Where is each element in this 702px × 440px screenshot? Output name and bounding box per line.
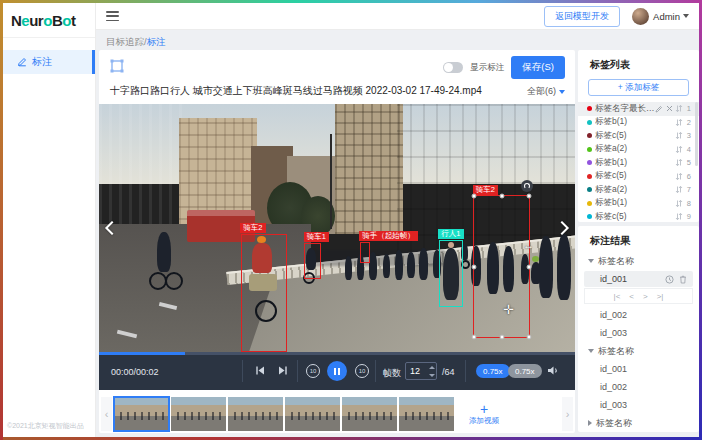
- last-frame-icon[interactable]: >|: [657, 292, 664, 301]
- bbox-selected[interactable]: 骑车2: [473, 195, 530, 338]
- bbox-label: 骑手（起始帧）: [359, 231, 418, 241]
- thumbnail[interactable]: [399, 397, 454, 431]
- avatar[interactable]: [632, 8, 649, 25]
- next-frame-icon[interactable]: >: [643, 292, 648, 301]
- resize-handle[interactable]: [499, 335, 504, 340]
- logo-letter: B: [52, 12, 62, 29]
- resize-handle[interactable]: [472, 264, 477, 269]
- brand-logo: NeuroBot: [3, 3, 95, 38]
- logo-letter: o: [62, 12, 71, 29]
- show-annotation-toggle[interactable]: [443, 62, 463, 73]
- result-item[interactable]: id_002: [578, 306, 699, 324]
- prev-frame-icon[interactable]: [255, 365, 266, 376]
- annotation-toolbar: 显示标注 保存(S): [99, 50, 575, 82]
- bbox[interactable]: 行人1: [439, 240, 463, 307]
- frame-stepper[interactable]: [427, 363, 436, 379]
- forward-10-icon[interactable]: 10: [355, 364, 369, 378]
- resize-handle[interactable]: [472, 335, 477, 340]
- sort-icon[interactable]: [675, 199, 683, 208]
- result-group-header[interactable]: 标签名称: [578, 342, 699, 360]
- bbox[interactable]: 骑手（起始帧）: [360, 242, 370, 263]
- label-row[interactable]: 标签c(5) 6: [578, 170, 699, 184]
- frame-count-label: 帧数: [383, 367, 401, 380]
- label-row[interactable]: 标签c(5) 3: [578, 129, 699, 143]
- logo-letter: t: [71, 12, 76, 29]
- result-item[interactable]: id_003: [578, 324, 699, 342]
- logo-letter: N: [11, 12, 21, 29]
- sort-icon[interactable]: [675, 104, 683, 113]
- filter-dropdown[interactable]: 全部(6): [527, 85, 565, 98]
- progress-bar[interactable]: [99, 352, 575, 355]
- edit-icon[interactable]: [655, 105, 663, 113]
- video-canvas[interactable]: 骑车2骑车1骑手（起始帧）行人1骑车2 ✛ ↔: [99, 104, 575, 352]
- rotate-handle-icon[interactable]: [521, 180, 533, 192]
- thumbnail[interactable]: [114, 397, 169, 431]
- result-item[interactable]: id_001: [584, 271, 693, 287]
- label-index: 5: [687, 158, 691, 167]
- label-color-dot: [587, 106, 592, 111]
- label-row[interactable]: 标签c(5) 9: [578, 210, 699, 224]
- speed-pill-active[interactable]: 0.75x: [476, 364, 510, 378]
- add-label-button[interactable]: + 添加标签: [588, 79, 689, 96]
- bbox[interactable]: 骑车2: [241, 234, 287, 352]
- volume-icon[interactable]: [547, 365, 559, 376]
- menu-collapse-icon[interactable]: [106, 11, 119, 21]
- pause-button[interactable]: [327, 361, 347, 381]
- sort-icon[interactable]: [675, 145, 683, 154]
- next-frame-icon[interactable]: [277, 365, 288, 376]
- delete-icon[interactable]: [666, 105, 673, 112]
- scrollbar-thumb[interactable]: [695, 102, 698, 166]
- label-row[interactable]: 标签名字最长数... 1: [578, 102, 699, 116]
- sort-icon[interactable]: [675, 158, 683, 167]
- prev-frame-icon[interactable]: <: [629, 292, 634, 301]
- label-index: 6: [687, 172, 691, 181]
- rect-select-tool-icon[interactable]: [109, 58, 125, 74]
- resize-handle[interactable]: [527, 194, 532, 199]
- label-row[interactable]: 标签b(1) 5: [578, 156, 699, 170]
- resize-handle[interactable]: [527, 335, 532, 340]
- resize-handle[interactable]: [472, 194, 477, 199]
- label-row[interactable]: 标签a(2) 7: [578, 183, 699, 197]
- resize-handle[interactable]: [527, 264, 532, 269]
- breadcrumb-parent[interactable]: 目标追踪: [106, 36, 144, 47]
- result-item[interactable]: id_002: [578, 378, 699, 396]
- result-group-header[interactable]: 标签名称: [578, 252, 699, 270]
- back-to-model-dev-button[interactable]: 返回模型开发: [544, 6, 620, 27]
- result-item[interactable]: id_003: [578, 396, 699, 414]
- sort-icon[interactable]: [675, 185, 683, 194]
- trash-icon[interactable]: [679, 275, 687, 284]
- bbox[interactable]: 骑车1: [304, 243, 321, 279]
- thumbnail[interactable]: [228, 397, 283, 431]
- thumbs-prev-chevron[interactable]: ‹: [101, 397, 112, 431]
- pencil-icon: [17, 57, 27, 67]
- label-row[interactable]: 标签b(1) 8: [578, 197, 699, 211]
- resize-handle[interactable]: [499, 194, 504, 199]
- result-id: id_003: [600, 328, 627, 338]
- result-group-header[interactable]: 标签名称: [578, 414, 699, 432]
- sort-icon[interactable]: [675, 172, 683, 181]
- thumbnail[interactable]: [342, 397, 397, 431]
- history-icon[interactable]: [665, 275, 674, 284]
- sort-icon[interactable]: [675, 131, 683, 140]
- label-row[interactable]: 标签a(2) 4: [578, 143, 699, 157]
- video-title: 十字路口路口行人 城市交通上下班高峰斑马线过马路视频 2022-03-02 17…: [110, 84, 482, 98]
- label-name: 标签c(5): [595, 211, 675, 223]
- save-button[interactable]: 保存(S): [511, 56, 565, 79]
- speed-pill-secondary[interactable]: 0.75x: [508, 364, 542, 378]
- rewind-10-icon[interactable]: 10: [306, 364, 320, 378]
- chevron-down-icon: [559, 90, 565, 94]
- sort-icon[interactable]: [675, 118, 683, 127]
- thumbnail[interactable]: [171, 397, 226, 431]
- sidebar-item-annotate[interactable]: 标注: [3, 50, 95, 74]
- user-menu[interactable]: Admin: [653, 11, 689, 22]
- result-item[interactable]: id_001: [578, 360, 699, 378]
- add-video-button[interactable]: + 添加视频: [456, 397, 512, 431]
- thumbnail[interactable]: [285, 397, 340, 431]
- add-video-label: 添加视频: [469, 416, 499, 426]
- label-index: 3: [687, 131, 691, 140]
- sort-icon[interactable]: [675, 212, 683, 221]
- first-frame-icon[interactable]: |<: [614, 292, 621, 301]
- thumbs-next-chevron[interactable]: ›: [562, 397, 573, 431]
- group-name: 标签名称: [598, 345, 634, 358]
- label-row[interactable]: 标签b(1) 2: [578, 116, 699, 130]
